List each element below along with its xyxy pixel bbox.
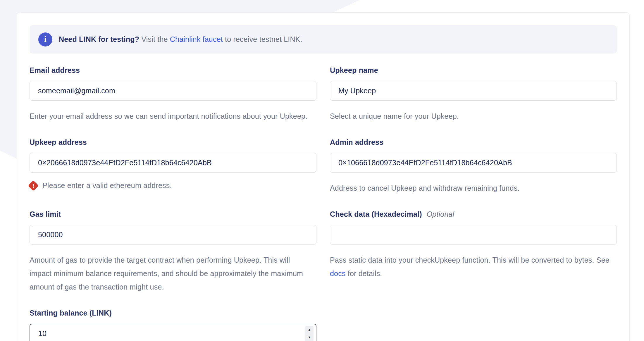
field-upkeep-name: Upkeep name Select a unique name for you… [330, 66, 617, 123]
admin-address-label: Admin address [330, 138, 617, 147]
email-address-input[interactable] [30, 81, 316, 101]
email-address-label: Email address [30, 66, 316, 75]
docs-link[interactable]: docs [330, 269, 346, 278]
upkeep-address-error: ! Please enter a valid ethereum address. [30, 181, 316, 190]
upkeep-address-label: Upkeep address [30, 138, 316, 147]
field-admin-address: Admin address Address to cancel Upkeep a… [330, 138, 617, 195]
banner-regular-prefix: Visit the [139, 35, 170, 43]
upkeep-address-input[interactable] [30, 153, 316, 173]
stepper-up-icon[interactable]: ▲ [305, 326, 314, 334]
banner-regular-suffix: to receive testnet LINK. [223, 35, 302, 43]
optional-tag: Optional [427, 210, 454, 218]
upkeep-name-helper: Select a unique name for your Upkeep. [330, 109, 617, 123]
check-data-input[interactable] [330, 225, 617, 244]
field-check-data: Check data (Hexadecimal) Optional Pass s… [330, 210, 617, 294]
check-data-helper-suffix: for details. [346, 269, 382, 278]
gas-limit-label: Gas limit [30, 210, 316, 218]
admin-address-helper: Address to cancel Upkeep and withdraw re… [330, 181, 617, 195]
error-icon: ! [28, 180, 39, 191]
stepper-down-icon[interactable]: ▼ [305, 334, 314, 341]
number-stepper[interactable]: ▲ ▼ [305, 326, 314, 341]
register-upkeep-form-card: i Need LINK for testing? Visit the Chain… [17, 12, 630, 341]
field-gas-limit: Gas limit Amount of gas to provide the t… [30, 210, 316, 294]
chainlink-faucet-link[interactable]: Chainlink faucet [170, 35, 223, 43]
starting-balance-input[interactable] [30, 324, 316, 341]
check-data-label: Check data (Hexadecimal) [330, 210, 422, 218]
upkeep-name-input[interactable] [330, 81, 617, 101]
field-upkeep-address: Upkeep address ! Please enter a valid et… [30, 138, 316, 195]
check-data-helper: Pass static data into your checkUpkeep f… [330, 253, 617, 280]
banner-bold-text: Need LINK for testing? [59, 35, 139, 43]
email-address-helper: Enter your email address so we can send … [30, 109, 316, 123]
link-faucet-info-banner: i Need LINK for testing? Visit the Chain… [30, 25, 617, 54]
info-icon: i [38, 32, 52, 46]
error-text: Please enter a valid ethereum address. [42, 181, 172, 190]
gas-limit-helper: Amount of gas to provide the target cont… [30, 253, 307, 294]
gas-limit-input[interactable] [30, 225, 316, 244]
starting-balance-label: Starting balance (LINK) [30, 309, 316, 317]
banner-text: Need LINK for testing? Visit the Chainli… [59, 35, 302, 44]
upkeep-name-label: Upkeep name [330, 66, 617, 75]
check-data-helper-prefix: Pass static data into your checkUpkeep f… [330, 256, 609, 264]
field-email-address: Email address Enter your email address s… [30, 66, 316, 123]
field-starting-balance: Starting balance (LINK) ▲ ▼ [30, 309, 316, 341]
admin-address-input[interactable] [330, 153, 617, 173]
